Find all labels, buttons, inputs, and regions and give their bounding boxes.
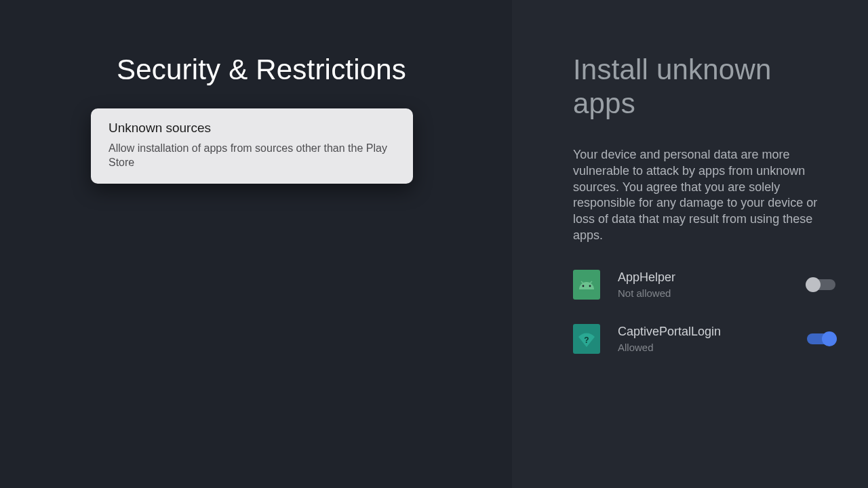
- svg-text:?: ?: [584, 336, 589, 345]
- svg-line-3: [590, 281, 592, 283]
- left-panel: Security & Restrictions Unknown sources …: [0, 0, 512, 488]
- card-subtitle: Allow installation of apps from sources …: [108, 141, 395, 170]
- unknown-sources-card[interactable]: Unknown sources Allow installation of ap…: [91, 108, 413, 184]
- app-text: AppHelper Not allowed: [618, 270, 807, 299]
- app-row-captiveportal[interactable]: ? CaptivePortalLogin Allowed: [573, 324, 835, 354]
- right-panel: Install unknown apps Your device and per…: [512, 0, 868, 488]
- security-description: Your device and personal data are more v…: [573, 147, 835, 244]
- app-row-apphelper[interactable]: AppHelper Not allowed: [573, 270, 835, 300]
- app-status: Not allowed: [618, 287, 807, 299]
- toggle-apphelper[interactable]: [807, 279, 835, 290]
- app-text: CaptivePortalLogin Allowed: [618, 325, 807, 353]
- app-status: Allowed: [618, 342, 807, 353]
- page-title-left: Security & Restrictions: [117, 53, 415, 87]
- toggle-captiveportal[interactable]: [807, 333, 835, 344]
- android-icon: [573, 270, 600, 300]
- svg-point-1: [589, 285, 591, 287]
- toggle-knob: [806, 277, 821, 292]
- svg-line-2: [581, 281, 583, 283]
- app-name: AppHelper: [618, 270, 807, 285]
- page-title-right: Install unknown apps: [573, 53, 817, 120]
- card-title: Unknown sources: [108, 121, 395, 136]
- toggle-knob: [822, 331, 837, 346]
- app-name: CaptivePortalLogin: [618, 325, 807, 339]
- svg-point-0: [583, 285, 585, 287]
- wifi-question-icon: ?: [573, 324, 600, 354]
